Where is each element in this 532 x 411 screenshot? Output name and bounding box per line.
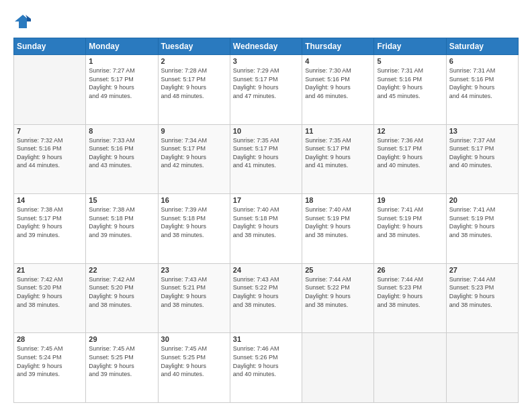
day-number: 15 — [89, 196, 154, 204]
day-info: Sunrise: 7:44 AMSunset: 5:23 PMDaylight:… — [377, 275, 443, 309]
day-number: 9 — [161, 127, 227, 135]
calendar-cell: 12Sunrise: 7:36 AMSunset: 5:17 PMDayligh… — [374, 124, 446, 194]
header — [13, 12, 519, 31]
day-info: Sunrise: 7:38 AMSunset: 5:17 PMDaylight:… — [17, 205, 83, 239]
calendar-cell: 18Sunrise: 7:40 AMSunset: 5:19 PMDayligh… — [302, 194, 374, 264]
calendar-week-row: 28Sunrise: 7:45 AMSunset: 5:24 PMDayligh… — [14, 333, 519, 403]
calendar-week-row: 1Sunrise: 7:27 AMSunset: 5:17 PMDaylight… — [14, 55, 519, 125]
day-info: Sunrise: 7:32 AMSunset: 5:16 PMDaylight:… — [17, 136, 83, 170]
calendar-cell: 31Sunrise: 7:46 AMSunset: 5:26 PMDayligh… — [230, 333, 302, 403]
day-info: Sunrise: 7:31 AMSunset: 5:16 PMDaylight:… — [449, 66, 515, 100]
calendar-cell: 19Sunrise: 7:41 AMSunset: 5:19 PMDayligh… — [374, 194, 446, 264]
day-info: Sunrise: 7:46 AMSunset: 5:26 PMDaylight:… — [233, 345, 299, 378]
day-info: Sunrise: 7:40 AMSunset: 5:18 PMDaylight:… — [233, 205, 299, 239]
day-number: 20 — [449, 196, 515, 204]
day-number: 23 — [161, 266, 227, 274]
calendar-cell — [374, 333, 446, 403]
page: Sunday Monday Tuesday Wednesday Thursday… — [0, 0, 532, 411]
day-info: Sunrise: 7:37 AMSunset: 5:17 PMDaylight:… — [449, 136, 515, 170]
day-number: 8 — [89, 127, 154, 135]
calendar-cell — [302, 333, 374, 403]
calendar-cell: 15Sunrise: 7:38 AMSunset: 5:18 PMDayligh… — [86, 194, 158, 264]
weekday-header-row: Sunday Monday Tuesday Wednesday Thursday… — [14, 38, 519, 55]
calendar-cell — [14, 55, 86, 125]
calendar-cell: 1Sunrise: 7:27 AMSunset: 5:17 PMDaylight… — [86, 55, 158, 125]
day-number: 28 — [17, 335, 83, 343]
calendar-cell: 11Sunrise: 7:35 AMSunset: 5:17 PMDayligh… — [302, 124, 374, 194]
day-info: Sunrise: 7:44 AMSunset: 5:23 PMDaylight:… — [449, 275, 515, 309]
day-number: 11 — [305, 127, 371, 135]
day-info: Sunrise: 7:45 AMSunset: 5:25 PMDaylight:… — [161, 345, 227, 378]
day-number: 2 — [161, 57, 227, 65]
day-info: Sunrise: 7:33 AMSunset: 5:16 PMDaylight:… — [89, 136, 154, 170]
day-info: Sunrise: 7:30 AMSunset: 5:16 PMDaylight:… — [305, 66, 371, 100]
calendar-cell: 3Sunrise: 7:29 AMSunset: 5:17 PMDaylight… — [230, 55, 302, 125]
day-number: 25 — [305, 266, 371, 274]
header-sunday: Sunday — [14, 38, 86, 55]
day-info: Sunrise: 7:36 AMSunset: 5:17 PMDaylight:… — [377, 136, 443, 170]
calendar-cell — [446, 333, 518, 403]
day-info: Sunrise: 7:35 AMSunset: 5:17 PMDaylight:… — [305, 136, 371, 170]
calendar-cell: 13Sunrise: 7:37 AMSunset: 5:17 PMDayligh… — [446, 124, 518, 194]
day-info: Sunrise: 7:41 AMSunset: 5:19 PMDaylight:… — [449, 205, 515, 239]
logo — [13, 12, 36, 31]
calendar-cell: 2Sunrise: 7:28 AMSunset: 5:17 PMDaylight… — [158, 55, 230, 125]
calendar-cell: 24Sunrise: 7:43 AMSunset: 5:22 PMDayligh… — [230, 263, 302, 333]
day-number: 24 — [233, 266, 299, 274]
calendar-cell: 30Sunrise: 7:45 AMSunset: 5:25 PMDayligh… — [158, 333, 230, 403]
day-info: Sunrise: 7:43 AMSunset: 5:21 PMDaylight:… — [161, 275, 227, 309]
calendar-cell: 21Sunrise: 7:42 AMSunset: 5:20 PMDayligh… — [14, 263, 86, 333]
calendar-cell: 27Sunrise: 7:44 AMSunset: 5:23 PMDayligh… — [446, 263, 518, 333]
day-number: 6 — [449, 57, 515, 65]
header-monday: Monday — [86, 38, 158, 55]
day-info: Sunrise: 7:28 AMSunset: 5:17 PMDaylight:… — [161, 66, 227, 100]
header-wednesday: Wednesday — [230, 38, 302, 55]
day-info: Sunrise: 7:39 AMSunset: 5:18 PMDaylight:… — [161, 205, 227, 239]
day-number: 5 — [377, 57, 443, 65]
header-friday: Friday — [374, 38, 446, 55]
day-number: 19 — [377, 196, 443, 204]
day-number: 12 — [377, 127, 443, 135]
day-number: 13 — [449, 127, 515, 135]
calendar-table: Sunday Monday Tuesday Wednesday Thursday… — [13, 38, 519, 403]
day-number: 3 — [233, 57, 299, 65]
calendar-cell: 17Sunrise: 7:40 AMSunset: 5:18 PMDayligh… — [230, 194, 302, 264]
day-info: Sunrise: 7:44 AMSunset: 5:22 PMDaylight:… — [305, 275, 371, 309]
day-info: Sunrise: 7:34 AMSunset: 5:17 PMDaylight:… — [161, 136, 227, 170]
logo-icon — [13, 12, 32, 31]
day-info: Sunrise: 7:42 AMSunset: 5:20 PMDaylight:… — [89, 275, 154, 309]
day-number: 22 — [89, 266, 154, 274]
calendar-cell: 25Sunrise: 7:44 AMSunset: 5:22 PMDayligh… — [302, 263, 374, 333]
day-number: 31 — [233, 335, 299, 343]
calendar-cell: 23Sunrise: 7:43 AMSunset: 5:21 PMDayligh… — [158, 263, 230, 333]
calendar-cell: 20Sunrise: 7:41 AMSunset: 5:19 PMDayligh… — [446, 194, 518, 264]
day-info: Sunrise: 7:41 AMSunset: 5:19 PMDaylight:… — [377, 205, 443, 239]
day-number: 17 — [233, 196, 299, 204]
calendar-cell: 10Sunrise: 7:35 AMSunset: 5:17 PMDayligh… — [230, 124, 302, 194]
header-tuesday: Tuesday — [158, 38, 230, 55]
day-number: 1 — [89, 57, 154, 65]
day-number: 29 — [89, 335, 154, 343]
day-info: Sunrise: 7:27 AMSunset: 5:17 PMDaylight:… — [89, 66, 154, 100]
calendar-week-row: 7Sunrise: 7:32 AMSunset: 5:16 PMDaylight… — [14, 124, 519, 194]
calendar-cell: 8Sunrise: 7:33 AMSunset: 5:16 PMDaylight… — [86, 124, 158, 194]
day-number: 16 — [161, 196, 227, 204]
day-info: Sunrise: 7:35 AMSunset: 5:17 PMDaylight:… — [233, 136, 299, 170]
day-info: Sunrise: 7:40 AMSunset: 5:19 PMDaylight:… — [305, 205, 371, 239]
calendar-cell: 5Sunrise: 7:31 AMSunset: 5:16 PMDaylight… — [374, 55, 446, 125]
calendar-cell: 6Sunrise: 7:31 AMSunset: 5:16 PMDaylight… — [446, 55, 518, 125]
day-info: Sunrise: 7:43 AMSunset: 5:22 PMDaylight:… — [233, 275, 299, 309]
calendar-cell: 29Sunrise: 7:45 AMSunset: 5:25 PMDayligh… — [86, 333, 158, 403]
day-number: 7 — [17, 127, 83, 135]
day-number: 30 — [161, 335, 227, 343]
day-number: 21 — [17, 266, 83, 274]
day-number: 27 — [449, 266, 515, 274]
day-info: Sunrise: 7:45 AMSunset: 5:24 PMDaylight:… — [17, 345, 83, 378]
day-info: Sunrise: 7:29 AMSunset: 5:17 PMDaylight:… — [233, 66, 299, 100]
day-info: Sunrise: 7:31 AMSunset: 5:16 PMDaylight:… — [377, 66, 443, 100]
header-thursday: Thursday — [302, 38, 374, 55]
calendar-week-row: 14Sunrise: 7:38 AMSunset: 5:17 PMDayligh… — [14, 194, 519, 264]
day-number: 4 — [305, 57, 371, 65]
calendar-cell: 26Sunrise: 7:44 AMSunset: 5:23 PMDayligh… — [374, 263, 446, 333]
calendar-cell: 14Sunrise: 7:38 AMSunset: 5:17 PMDayligh… — [14, 194, 86, 264]
